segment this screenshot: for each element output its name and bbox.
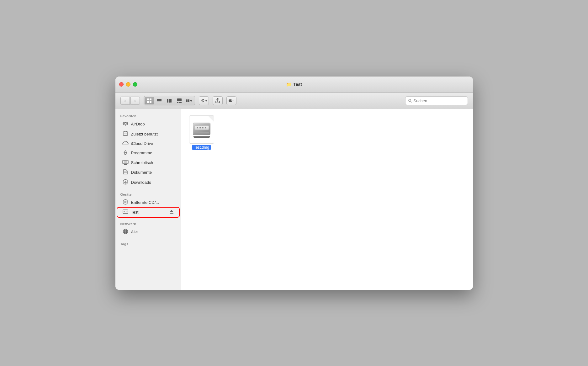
list-view-icon — [157, 98, 162, 103]
tags-section: Tags — [115, 240, 181, 247]
tag-button[interactable] — [226, 96, 236, 105]
search-input[interactable] — [413, 98, 465, 103]
sidebar-item-apps[interactable]: Programme — [117, 148, 179, 158]
title-folder-icon: 📁 — [286, 82, 291, 87]
svg-rect-5 — [157, 100, 162, 101]
apps-label: Programme — [131, 151, 152, 155]
share-button[interactable] — [213, 96, 223, 105]
view-grid-dropdown-icon — [186, 99, 189, 102]
eject-button[interactable] — [169, 209, 174, 215]
sidebar-item-desktop[interactable]: Schreibtisch — [117, 158, 179, 167]
svg-rect-3 — [150, 101, 151, 103]
dmg-label-text: ■ ■ ■ ■ — [197, 126, 206, 129]
tags-section-header: Tags — [115, 240, 181, 247]
desktop-svg-icon — [122, 160, 129, 165]
docs-svg-icon — [123, 169, 128, 175]
devices-section: Geräte Entfernte CD/... — [115, 191, 181, 217]
svg-line-20 — [411, 101, 411, 102]
sidebar-item-downloads[interactable]: Downloads — [117, 178, 179, 188]
svg-point-40 — [125, 202, 126, 202]
gallery-view-icon — [177, 98, 182, 103]
search-box[interactable] — [405, 96, 468, 105]
file-label: Test.dmg — [192, 145, 211, 150]
remote-cd-svg-icon — [123, 199, 128, 205]
svg-rect-1 — [150, 98, 151, 100]
docs-label: Dokumente — [131, 170, 152, 175]
svg-rect-23 — [124, 131, 124, 132]
view-icon-button[interactable] — [145, 97, 154, 104]
eject-icon — [169, 209, 174, 214]
recents-svg-icon — [123, 131, 128, 136]
finder-window: 📁 Test ‹ › — [115, 77, 473, 290]
maximize-button[interactable] — [133, 82, 137, 87]
favorites-section-header: Favoriten — [115, 112, 181, 119]
icloud-svg-icon — [122, 141, 129, 145]
dmg-label-area: ■ ■ ■ ■ — [194, 125, 209, 130]
dmg-disk-base — [193, 136, 210, 138]
toolbar: ‹ › — [115, 93, 473, 109]
action-gear-button[interactable]: ⚙ ▾ — [199, 96, 209, 105]
recents-icon — [122, 131, 129, 138]
remote-cd-label: Entfernte CD/... — [131, 200, 159, 205]
forward-button[interactable]: › — [130, 97, 140, 105]
svg-rect-9 — [170, 99, 172, 103]
file-area[interactable]: ■ ■ ■ ■ Test.dmg — [181, 109, 473, 290]
test-volume-svg-icon — [123, 209, 128, 214]
window-title: Test — [293, 82, 302, 87]
tag-icon — [228, 98, 235, 103]
airdrop-svg-icon — [123, 121, 128, 126]
dmg-icon-body: ■ ■ ■ ■ — [193, 121, 211, 138]
nav-buttons: ‹ › — [120, 97, 140, 105]
recents-label: Zuletzt benutzt — [131, 132, 158, 136]
svg-rect-42 — [124, 211, 125, 212]
svg-point-19 — [408, 99, 411, 101]
back-icon: ‹ — [124, 98, 126, 103]
gear-dropdown-arrow: ▾ — [205, 99, 207, 103]
apps-icon — [122, 150, 129, 156]
svg-rect-6 — [157, 102, 162, 102]
svg-point-43 — [126, 211, 127, 212]
sidebar-item-all-network[interactable]: Alle ... — [117, 227, 179, 237]
svg-rect-26 — [124, 134, 125, 134]
sidebar-item-recents[interactable]: Zuletzt benutzt — [117, 129, 179, 139]
view-gallery-button[interactable] — [175, 97, 184, 104]
window-title-area: 📁 Test — [286, 82, 302, 87]
back-button[interactable]: ‹ — [120, 97, 130, 105]
sidebar-item-test-volume[interactable]: Test — [117, 208, 179, 217]
close-button[interactable] — [119, 82, 124, 87]
file-icon: ■ ■ ■ ■ — [189, 115, 214, 144]
sidebar-item-icloud[interactable]: iCloud Drive — [117, 139, 179, 148]
svg-rect-12 — [179, 102, 180, 103]
svg-rect-41 — [123, 210, 128, 214]
title-bar: 📁 Test — [115, 77, 473, 93]
svg-rect-16 — [186, 101, 188, 102]
file-item-test-dmg[interactable]: ■ ■ ■ ■ Test.dmg — [188, 115, 216, 150]
view-columns-button[interactable] — [165, 97, 174, 104]
svg-marker-44 — [170, 210, 173, 212]
sidebar-item-docs[interactable]: Dokumente — [117, 167, 179, 178]
airdrop-label: AirDrop — [131, 122, 145, 126]
sidebar-item-airdrop[interactable]: AirDrop — [117, 119, 179, 129]
downloads-icon — [122, 179, 129, 186]
test-volume-icon — [122, 209, 129, 215]
svg-rect-17 — [188, 101, 189, 102]
dmg-disk-image: ■ ■ ■ ■ — [193, 121, 211, 138]
icloud-icon — [122, 141, 129, 146]
view-list-button[interactable] — [155, 97, 164, 104]
view-dropdown-arrow: ▾ — [190, 98, 192, 103]
search-icon — [408, 98, 412, 103]
view-grid-dropdown-button[interactable]: ▾ — [185, 97, 194, 104]
remote-cd-icon — [122, 199, 129, 206]
svg-rect-0 — [147, 98, 149, 100]
svg-rect-28 — [126, 134, 127, 134]
svg-rect-11 — [177, 102, 178, 103]
svg-rect-24 — [126, 131, 127, 132]
sidebar-item-remote-cd[interactable]: Entfernte CD/... — [117, 198, 179, 208]
dmg-disk-body: ■ ■ ■ ■ — [193, 123, 210, 135]
traffic-lights — [119, 82, 137, 87]
network-icon — [122, 229, 129, 236]
icloud-label: iCloud Drive — [131, 141, 153, 146]
svg-rect-31 — [124, 161, 127, 163]
downloads-label: Downloads — [131, 180, 151, 185]
minimize-button[interactable] — [126, 82, 130, 87]
